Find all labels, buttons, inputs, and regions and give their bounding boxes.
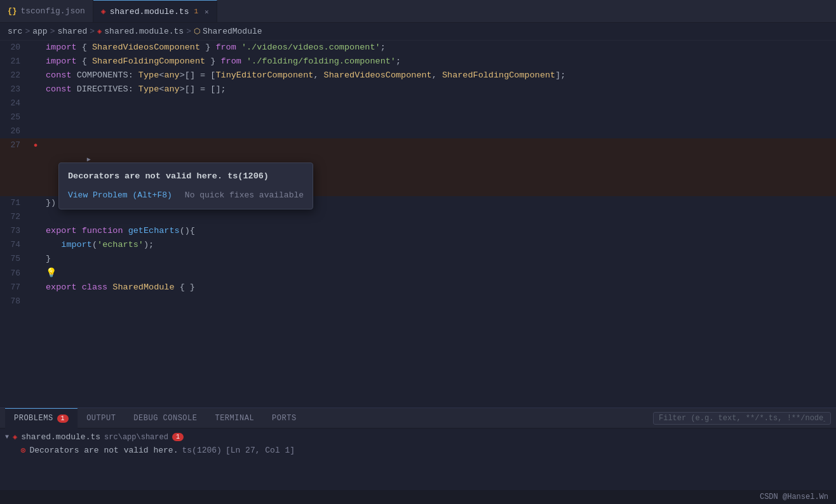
line-content-72 [41,210,836,224]
breadcrumb-angular-icon: ◈ [97,27,102,36]
code-editor[interactable]: 20 import { SharedVideosComponent } from… [0,41,836,308]
tab-shared-module[interactable]: ◈ shared.module.ts 1 ✕ [93,0,217,22]
code-line-74: 74 import('echarts'); [0,238,836,252]
code-line-23: 23 const DIRECTIVES: Type<any>[] = []; [0,83,836,96]
lightbulb-icon[interactable]: 💡 [46,268,57,278]
breadcrumb-shared: shared [57,27,87,36]
line-content-21: import { SharedFoldingComponent } from '… [41,55,836,69]
panel-error-item[interactable]: ⊗ Decorators are not valid here. ts(1206… [0,443,836,458]
line-num-76: 76 [0,267,30,281]
json-icon: {} [8,7,17,16]
gutter-24 [30,96,41,110]
breadcrumb-src: src [8,27,22,36]
watermark: CSDN @Hansel.Wn [760,493,828,501]
group-filename: shared.module.ts [21,432,100,442]
line-content-22: const COMPONENTS: Type<any>[] = [TinyEdi… [41,69,836,83]
code-line-72: 72 [0,210,836,224]
gutter-21 [30,55,41,69]
line-content-23: const DIRECTIVES: Type<any>[] = []; [41,83,836,96]
gutter-76 [30,267,41,281]
bottom-panel: PROBLEMS 1 OUTPUT DEBUG CONSOLE TERMINAL… [0,408,836,490]
line-content-25 [41,110,836,124]
line-num-74: 74 [0,238,30,252]
view-problem-link[interactable]: View Problem (Alt+F8) [68,189,172,202]
group-angular-icon: ◈ [13,432,17,442]
gutter-71 [30,196,41,210]
breadcrumb-app: app [32,27,47,36]
code-line-73: 73 export function getEcharts(){ [0,224,836,238]
expand-arrow-icon: ▼ [5,434,9,441]
gutter-77 [30,281,41,295]
error-circle-icon: ⊗ [20,445,25,456]
code-line-76: 76 💡 [0,266,836,281]
code-line-21: 21 import { SharedFoldingComponent } fro… [0,55,836,69]
terminal-label: TERMINAL [215,414,254,423]
line-content-24 [41,96,836,110]
breadcrumb-file: shared.module.ts [104,27,184,36]
panel-group-row[interactable]: ▼ ◈ shared.module.ts src\app\shared 1 [0,431,836,443]
code-line-75: 75 } [0,252,836,266]
line-num-23: 23 [0,83,30,96]
tab-close-button[interactable]: ✕ [205,8,209,16]
error-position: [Ln 27, Col 1] [226,446,295,455]
line-num-24: 24 [0,96,30,110]
gutter-23 [30,83,41,96]
error-code: ts(1206) [182,446,221,455]
gutter-74 [30,238,41,252]
code-line-20: 20 import { SharedVideosComponent } from… [0,41,836,55]
line-num-22: 22 [0,69,30,83]
error-message: Decorators are not valid here. [29,446,178,455]
code-line-25: 25 [0,110,836,124]
line-num-25: 25 [0,110,30,124]
editor-area: 20 import { SharedVideosComponent } from… [0,41,836,408]
code-line-26: 26 [0,124,836,138]
tooltip-title: Decorators are not valid here. ts(1206) [68,169,304,183]
output-label: OUTPUT [86,414,116,423]
line-num-72: 72 [0,210,30,224]
gutter-22 [30,69,41,83]
line-num-77: 77 [0,281,30,295]
angular-icon: ◈ [101,6,106,17]
code-line-22: 22 const COMPONENTS: Type<any>[] = [Tiny… [0,69,836,83]
panel-tab-problems[interactable]: PROBLEMS 1 [5,408,78,428]
tab-tsconfig[interactable]: {} tsconfig.json [0,0,93,22]
gutter-26 [30,124,41,138]
panel-filter-input[interactable] [653,412,831,425]
panel-tab-debug-console[interactable]: DEBUG CONSOLE [125,408,206,428]
panel-content: ▼ ◈ shared.module.ts src\app\shared 1 ⊗ … [0,428,836,490]
line-num-26: 26 [0,124,30,138]
problems-label: PROBLEMS [14,414,53,423]
problems-badge: 1 [57,414,69,423]
gutter-25 [30,110,41,124]
gutter-72 [30,210,41,224]
panel-tab-output[interactable]: OUTPUT [78,408,125,428]
panel-tab-ports[interactable]: PORTS [263,408,306,428]
line-num-75: 75 [0,252,30,266]
line-num-78: 78 [0,295,30,308]
line-content-78 [41,295,836,308]
group-badge: 1 [172,433,184,441]
code-line-24: 24 [0,96,836,110]
tab-tsconfig-label: tsconfig.json [20,6,84,16]
group-path: src\app\shared [104,433,168,442]
breadcrumb-symbol: SharedModule [203,27,262,36]
line-content-74: import('echarts'); [41,238,836,252]
line-num-20: 20 [0,41,30,55]
gutter-error-27: ● [30,138,41,152]
line-num-21: 21 [0,55,30,69]
gutter-78 [30,295,41,308]
error-tooltip: Decorators are not valid here. ts(1206) … [58,162,313,209]
tab-shared-module-label: shared.module.ts [110,7,189,17]
panel-tabs: PROBLEMS 1 OUTPUT DEBUG CONSOLE TERMINAL… [0,408,836,428]
breadcrumb-sep4: > [186,27,191,36]
tab-bar: {} tsconfig.json ◈ shared.module.ts 1 ✕ [0,0,836,23]
line-content-20: import { SharedVideosComponent } from '.… [41,41,836,55]
line-num-27: 27 [0,138,30,152]
code-line-77: 77 export class SharedModule { } [0,281,836,295]
breadcrumb-symbol-icon: ⬡ [194,27,200,36]
debug-console-label: DEBUG CONSOLE [133,414,197,423]
line-content-26 [41,124,836,138]
panel-tab-terminal[interactable]: TERMINAL [206,408,263,428]
line-content-76: 💡 [41,266,836,281]
breadcrumb: src > app > shared > ◈ shared.module.ts … [0,23,836,41]
